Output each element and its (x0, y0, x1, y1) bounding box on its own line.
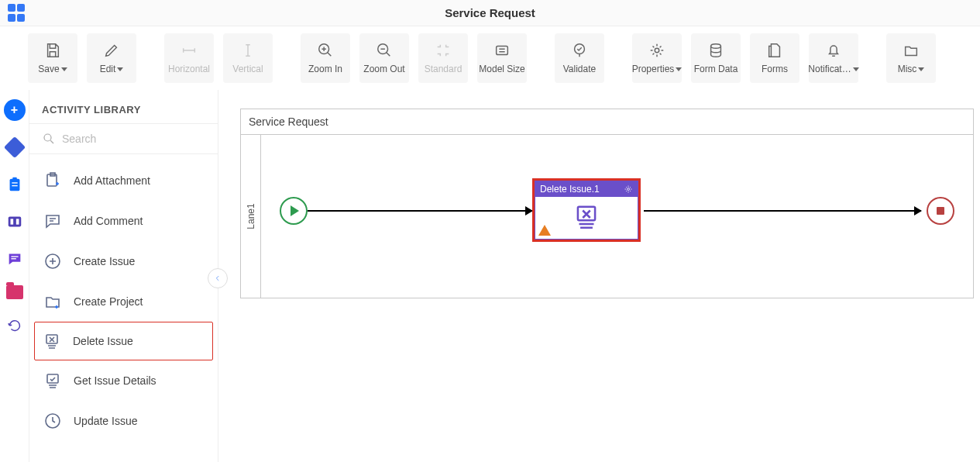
svg-rect-11 (10, 219, 13, 224)
misc-button[interactable]: Misc (886, 33, 936, 83)
library-item-update-issue[interactable]: Update Issue (34, 401, 213, 441)
library-item-label: Create Issue (74, 255, 135, 267)
library-title: ACTIVITY LIBRARY (29, 104, 218, 123)
start-event-node[interactable] (280, 197, 308, 225)
chevron-down-icon (676, 67, 682, 71)
forms-button[interactable]: Forms (750, 33, 799, 83)
folder-icon[interactable] (6, 285, 23, 299)
refresh-icon[interactable] (4, 315, 26, 336)
collapse-panel-button[interactable] (208, 268, 228, 288)
delete-issue-icon (572, 203, 601, 233)
svg-point-15 (44, 134, 51, 141)
library-search[interactable] (29, 123, 218, 154)
toolbar-label: Zoom Out (363, 64, 404, 74)
chevron-down-icon (61, 67, 67, 71)
get-issue-icon (43, 371, 63, 391)
swimlane: Lane1 Delete Issue.1 (241, 135, 973, 298)
toolbar-label: Form Data (694, 64, 738, 74)
library-item-add-comment[interactable]: Add Comment (34, 201, 213, 241)
svg-point-5 (711, 44, 721, 49)
vertical-button: Vertical (223, 33, 273, 83)
library-item-create-project[interactable]: Create Project (34, 281, 213, 322)
library-item-add-attachment[interactable]: Add Attachment (34, 160, 213, 201)
clipboard-icon[interactable] (4, 174, 26, 195)
zoom-out-button[interactable]: Zoom Out (359, 33, 409, 83)
svg-rect-19 (47, 374, 58, 383)
toolbar-label: Forms (762, 64, 788, 74)
library-item-label: Add Attachment (74, 174, 150, 187)
chat-icon[interactable] (4, 248, 26, 270)
library-item-label: Add Comment (74, 215, 143, 227)
library-item-label: Update Issue (74, 415, 138, 427)
svg-rect-9 (12, 185, 17, 186)
workspace: + ACTIVITY LIBRARY Add Attachment (0, 90, 980, 462)
chevron-down-icon (918, 67, 924, 71)
attachment-icon (43, 171, 63, 191)
end-event-node[interactable] (927, 197, 954, 225)
app-logo[interactable] (8, 4, 26, 22)
zoom-in-button[interactable]: Zoom In (301, 33, 350, 83)
toolbar-label: Model Size (479, 64, 524, 74)
lane-body[interactable]: Delete Issue.1 (261, 135, 973, 298)
create-project-icon (43, 291, 63, 312)
svg-rect-8 (12, 182, 17, 183)
library-item-label: Get Issue Details (74, 374, 156, 387)
create-issue-icon (43, 251, 63, 271)
svg-rect-14 (11, 258, 15, 259)
standard-button: Standard (418, 33, 468, 83)
toolbar-label: Edit (100, 64, 116, 74)
sequence-flow[interactable] (644, 210, 921, 212)
library-item-delete-issue[interactable]: Delete Issue (34, 322, 213, 360)
search-icon (42, 132, 56, 146)
update-issue-icon (43, 411, 63, 431)
title-bar: Service Request (0, 0, 980, 26)
pool-title[interactable]: Service Request (241, 109, 973, 135)
svg-rect-13 (11, 256, 18, 257)
task-node-delete-issue[interactable]: Delete Issue.1 (532, 178, 641, 242)
svg-rect-6 (9, 179, 19, 191)
properties-button[interactable]: Properties (632, 33, 682, 83)
toolbar-label: Notificat… (808, 64, 851, 74)
library-list: Add Attachment Add Comment Create Issue … (29, 154, 218, 447)
edit-button[interactable]: Edit (87, 33, 136, 83)
search-input[interactable] (62, 133, 205, 145)
toolbar-label: Validate (563, 64, 596, 74)
svg-rect-12 (15, 219, 19, 224)
library-item-label: Create Project (74, 295, 143, 308)
toolbar-label: Horizontal (168, 64, 210, 74)
chevron-left-icon (214, 274, 222, 282)
chevron-down-icon (853, 67, 859, 71)
lane-label: Lane1 (246, 203, 256, 229)
page-title: Service Request (26, 6, 954, 19)
svg-point-21 (628, 188, 630, 191)
activity-library-panel: ACTIVITY LIBRARY Add Attachment Add Comm… (29, 90, 218, 462)
toolbar-label: Properties (632, 64, 675, 74)
comment-icon (43, 211, 63, 231)
activities-icon[interactable] (4, 136, 26, 158)
gear-icon[interactable] (624, 184, 633, 194)
warning-icon (538, 225, 551, 236)
svg-rect-2 (497, 47, 508, 55)
task-label: Delete Issue.1 (540, 184, 600, 195)
sequence-flow[interactable] (308, 210, 532, 212)
save-button[interactable]: Save (28, 33, 77, 83)
delete-issue-icon (42, 331, 62, 351)
library-item-create-issue[interactable]: Create Issue (34, 241, 213, 281)
columns-icon[interactable] (4, 211, 26, 233)
validate-button[interactable]: Validate (555, 33, 604, 83)
horizontal-button: Horizontal (164, 33, 214, 83)
library-item-label: Delete Issue (73, 335, 133, 347)
add-icon[interactable]: + (4, 99, 26, 121)
process-pool[interactable]: Service Request Lane1 Delete Issue.1 (240, 109, 974, 298)
model-size-button[interactable]: Model Size (477, 33, 527, 83)
canvas[interactable]: Service Request Lane1 Delete Issue.1 (218, 90, 980, 462)
form-data-button[interactable]: Form Data (691, 33, 741, 83)
toolbar-label: Standard (425, 64, 462, 74)
notifications-button[interactable]: Notificat… (809, 33, 858, 83)
toolbar-label: Zoom In (308, 64, 342, 74)
left-rail: + (0, 90, 29, 462)
toolbar-label: Save (38, 64, 59, 74)
toolbar: Save Edit Horizontal Vertical Zoom In Zo… (0, 26, 980, 90)
lane-label-container[interactable]: Lane1 (241, 135, 261, 298)
library-item-get-issue-details[interactable]: Get Issue Details (34, 360, 213, 401)
